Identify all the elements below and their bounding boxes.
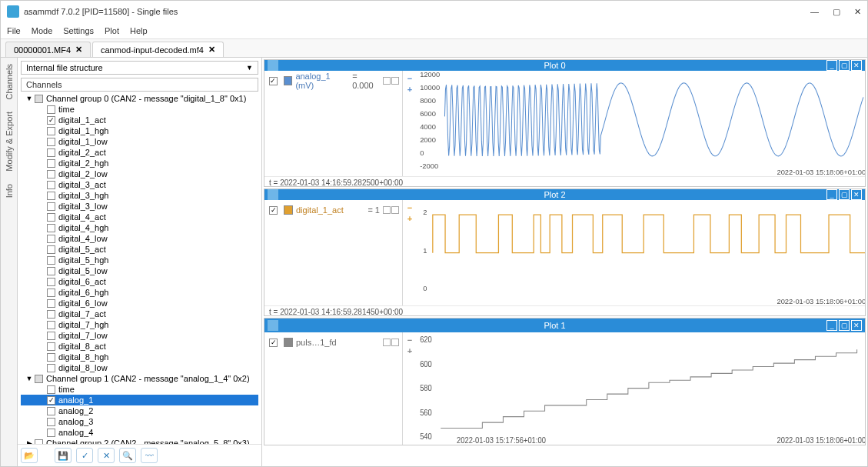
tree-row[interactable]: digital_2_low — [21, 168, 258, 179]
tree-checkbox[interactable] — [47, 429, 55, 437]
zoom-in-icon[interactable]: + — [407, 85, 412, 94]
tree-row[interactable]: digital_2_act — [21, 147, 258, 158]
plot-close-button[interactable]: ✕ — [851, 189, 862, 200]
tree-checkbox[interactable] — [47, 342, 55, 351]
plot-chart[interactable]: 210 2022-01-03 15:18:06+01:00 — [417, 200, 865, 305]
signal-checkbox[interactable] — [269, 77, 278, 85]
tree-checkbox[interactable] — [47, 310, 55, 319]
plot-chart[interactable]: 620600 580560540 2022-01-03 15:17:56+01:… — [417, 332, 865, 445]
plot-header[interactable]: Plot 1 _▢✕ — [264, 319, 865, 332]
tree-row[interactable]: ▼Channel group 0 (CAN2 - message "digita… — [21, 93, 258, 104]
signal-color-swatch[interactable] — [284, 76, 293, 85]
channel-search-input[interactable]: Channels — [21, 78, 258, 92]
tree-toggle-icon[interactable]: ▼ — [25, 375, 33, 382]
tree-row[interactable]: digital_6_low — [21, 298, 258, 309]
tree-row[interactable]: digital_4_act — [21, 212, 258, 222]
channel-tree[interactable]: ▼Channel group 0 (CAN2 - message "digita… — [18, 93, 261, 444]
tree-checkbox[interactable] — [47, 181, 55, 189]
tree-checkbox[interactable] — [47, 385, 55, 394]
folder-open-button[interactable]: 📂 — [21, 448, 38, 463]
tree-row[interactable]: time — [21, 104, 258, 115]
tree-row[interactable]: ▼Channel group 1 (CAN2 - message "analog… — [21, 373, 258, 384]
signal-options[interactable] — [383, 206, 399, 214]
search-button[interactable]: 🔍 — [119, 448, 136, 463]
structure-dropdown[interactable]: Internal file structure ▼ — [21, 61, 258, 75]
plot-min-button[interactable]: _ — [826, 320, 837, 331]
save-button[interactable]: 💾 — [55, 448, 72, 463]
tree-row[interactable]: ▶Channel group 2 (CAN2 - message "analog… — [21, 438, 258, 444]
plot-chart[interactable]: 1200010000 80006000 40002000 0-2000 anal… — [417, 71, 865, 176]
tree-checkbox[interactable] — [47, 138, 55, 146]
plot-min-button[interactable]: _ — [826, 189, 837, 200]
menu-file[interactable]: File — [7, 26, 21, 35]
tree-checkbox[interactable] — [47, 235, 55, 243]
menu-settings[interactable]: Settings — [63, 26, 94, 35]
signal-row[interactable]: digital_1_act = 1 — [268, 203, 399, 217]
tree-checkbox[interactable] — [47, 224, 55, 232]
tab-close-icon[interactable]: ✕ — [75, 45, 82, 55]
minimize-button[interactable]: — — [810, 7, 819, 17]
tree-checkbox[interactable] — [47, 321, 55, 329]
tree-checkbox[interactable] — [47, 332, 55, 340]
tree-row[interactable]: digital_7_hgh — [21, 319, 258, 330]
signal-checkbox[interactable] — [269, 339, 278, 347]
tree-checkbox[interactable] — [47, 407, 55, 415]
tree-checkbox[interactable] — [47, 267, 55, 275]
tree-row[interactable]: digital_6_act — [21, 276, 258, 287]
plot-min-button[interactable]: _ — [826, 60, 837, 71]
signal-color-swatch[interactable] — [284, 205, 293, 215]
tree-checkbox[interactable] — [35, 375, 43, 383]
tree-checkbox[interactable] — [47, 192, 55, 200]
tree-checkbox[interactable] — [47, 127, 55, 135]
tree-checkbox[interactable] — [47, 213, 55, 222]
tree-checkbox[interactable] — [47, 396, 55, 405]
sidetab-modify-export[interactable]: Modify & Export — [3, 108, 15, 175]
zoom-out-icon[interactable]: − — [407, 203, 412, 212]
tree-checkbox[interactable] — [47, 159, 55, 168]
tree-row[interactable]: digital_5_hgh — [21, 255, 258, 265]
menu-mode[interactable]: Mode — [32, 26, 53, 35]
tree-row[interactable]: digital_4_hgh — [21, 222, 258, 233]
plot-max-button[interactable]: ▢ — [839, 60, 850, 71]
tree-checkbox[interactable] — [47, 170, 55, 178]
tree-checkbox[interactable] — [47, 364, 55, 372]
tree-checkbox[interactable] — [47, 353, 55, 362]
tree-row[interactable]: digital_7_act — [21, 309, 258, 319]
clear-button[interactable]: ✕ — [98, 448, 115, 463]
plot-max-button[interactable]: ▢ — [839, 189, 850, 200]
tree-row[interactable]: digital_3_low — [21, 201, 258, 212]
menu-help[interactable]: Help — [130, 26, 148, 35]
sidetab-channels[interactable]: Channels — [3, 61, 15, 102]
close-button[interactable]: ✕ — [854, 7, 861, 17]
signal-options[interactable] — [383, 339, 399, 346]
zoom-in-icon[interactable]: + — [407, 214, 412, 223]
signal-checkbox[interactable] — [269, 206, 278, 215]
tree-checkbox[interactable] — [47, 148, 55, 157]
maximize-button[interactable]: ▢ — [833, 7, 840, 17]
plot-close-button[interactable]: ✕ — [851, 60, 862, 71]
tree-row[interactable]: digital_5_act — [21, 244, 258, 255]
tab-close-icon[interactable]: ✕ — [208, 45, 215, 55]
tree-row[interactable]: digital_8_act — [21, 341, 258, 352]
tree-row[interactable]: digital_8_hgh — [21, 352, 258, 362]
tree-checkbox[interactable] — [47, 116, 55, 125]
tree-checkbox[interactable] — [47, 256, 55, 265]
plot-close-button[interactable]: ✕ — [851, 320, 862, 331]
tree-checkbox[interactable] — [47, 278, 55, 286]
tree-row[interactable]: digital_5_low — [21, 265, 258, 276]
tree-checkbox[interactable] — [47, 202, 55, 211]
tree-checkbox[interactable] — [35, 95, 43, 103]
zoom-out-icon[interactable]: − — [407, 335, 412, 345]
signal-color-swatch[interactable] — [284, 338, 293, 347]
zoom-in-icon[interactable]: + — [407, 346, 412, 355]
file-tab[interactable]: 00000001.MF4 ✕ — [5, 42, 91, 57]
tree-row[interactable]: digital_7_low — [21, 330, 258, 341]
tree-row[interactable]: digital_3_hgh — [21, 190, 258, 201]
tree-checkbox[interactable] — [47, 299, 55, 308]
plot-max-button[interactable]: ▢ — [839, 320, 850, 331]
tree-checkbox[interactable] — [47, 245, 55, 254]
signal-row[interactable]: puls…1_fd — [268, 335, 399, 349]
tree-row[interactable]: digital_1_hgh — [21, 125, 258, 136]
tree-row[interactable]: analog_3 — [21, 416, 258, 427]
tree-row[interactable]: digital_1_low — [21, 136, 258, 147]
